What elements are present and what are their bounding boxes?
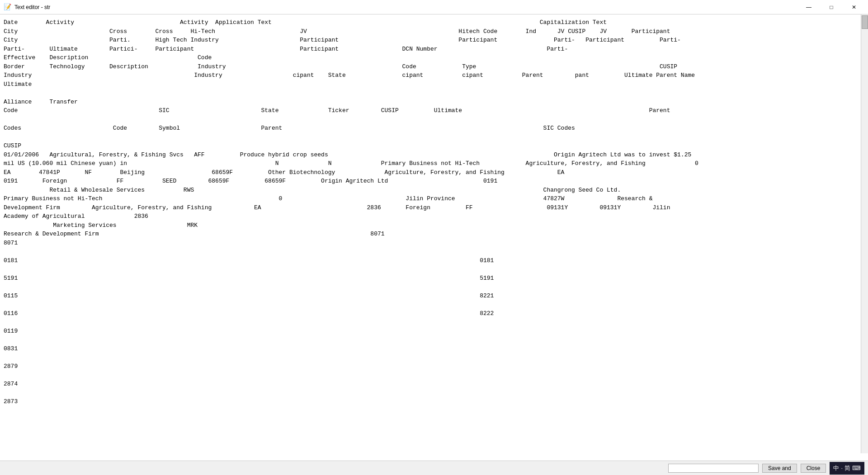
bottom-bar: Save and Close 中 · 简 ⌨ xyxy=(0,461,868,475)
close-button-bottom[interactable]: Close xyxy=(801,464,826,473)
editor-area: Date Activity Activity Application Text … xyxy=(0,14,868,461)
ime-dot: · xyxy=(841,465,843,471)
text-content[interactable]: Date Activity Activity Application Text … xyxy=(0,14,868,461)
vertical-scrollbar[interactable] xyxy=(861,14,868,453)
maximize-button[interactable]: □ xyxy=(821,0,842,14)
ime-icon: ⌨ xyxy=(852,465,861,471)
scrollbar-thumb[interactable] xyxy=(862,15,868,29)
ime-simplified: 简 xyxy=(844,464,850,472)
app-icon: 📝 xyxy=(4,4,11,11)
window-controls: — □ ✕ xyxy=(798,0,864,14)
title-bar-left: 📝 Text editor - str xyxy=(4,4,50,11)
search-input[interactable] xyxy=(668,464,759,473)
ime-indicator[interactable]: 中 · 简 ⌨ xyxy=(830,462,864,475)
close-button[interactable]: ✕ xyxy=(844,0,864,14)
main-window: 📝 Text editor - str — □ ✕ Date Activity … xyxy=(0,0,868,475)
ime-chinese: 中 xyxy=(833,464,839,472)
save-button[interactable]: Save and xyxy=(762,464,797,473)
title-bar: 📝 Text editor - str — □ ✕ xyxy=(0,0,868,14)
window-title: Text editor - str xyxy=(14,4,50,10)
minimize-button[interactable]: — xyxy=(798,0,819,14)
